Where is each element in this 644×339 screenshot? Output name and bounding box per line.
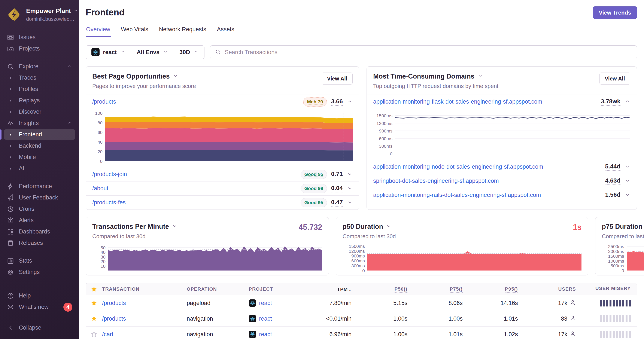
sidebar-item-label: Alerts — [19, 217, 72, 224]
sidebar-item-mobile[interactable]: Mobile — [0, 152, 79, 163]
sidebar-item-profiles[interactable]: Profiles — [0, 83, 79, 95]
transaction-link[interactable]: /products — [102, 316, 126, 322]
view-all-button[interactable]: View All — [322, 72, 352, 84]
view-all-button[interactable]: View All — [600, 72, 630, 84]
sidebar-item-releases[interactable]: Releases — [0, 237, 79, 249]
sidebar-item-explore[interactable]: Explore — [0, 61, 79, 72]
domain-link[interactable]: springboot-dot-sales-engineering-sf.apps… — [373, 178, 499, 184]
card-subtitle: Compared to last 30d — [342, 233, 396, 240]
card-title[interactable]: Transactions Per Minute — [92, 223, 178, 231]
column-header-users[interactable]: USERS — [519, 286, 577, 292]
star-icon[interactable] — [86, 286, 102, 292]
chevron-down-icon — [386, 223, 392, 231]
transaction-link[interactable]: /products — [102, 300, 126, 306]
sidebar-item-insights[interactable]: Insights — [0, 117, 79, 129]
star-outline-icon[interactable] — [86, 331, 102, 338]
sidebar-item-projects[interactable]: Projects — [0, 43, 79, 54]
chevron-down-icon — [163, 49, 168, 56]
star-filled-icon[interactable] — [86, 300, 102, 306]
panel-title[interactable]: Best Page Opportunities — [92, 72, 196, 80]
sidebar-item-traces[interactable]: Traces — [0, 72, 79, 83]
column-header-operation[interactable]: OPERATION — [187, 286, 249, 292]
chevron-up-icon — [67, 63, 72, 69]
domain-link[interactable]: application-monitoring-node-dot-sales-en… — [373, 164, 543, 170]
tab-network-requests[interactable]: Network Requests — [159, 23, 207, 37]
sidebar-item-stats[interactable]: Stats — [0, 255, 79, 267]
sidebar-item-ai[interactable]: AI — [0, 163, 79, 174]
chevron-down-icon[interactable] — [625, 192, 630, 198]
sidebar-item-label: Discover — [19, 108, 72, 115]
column-header-p95[interactable]: P95() — [464, 286, 519, 292]
tpm-chart[interactable] — [108, 244, 322, 271]
chevron-up-icon[interactable] — [347, 99, 352, 105]
org-switcher[interactable]: Empower Plant dominik.buszowiec… — [0, 5, 79, 23]
transaction-link[interactable]: /products — [92, 98, 116, 105]
transaction-link[interactable]: /cart — [102, 331, 114, 338]
p75-card: p75 Duration Compared to last 30d 2s 250… — [595, 217, 644, 276]
sidebar-item-backend[interactable]: Backend — [0, 140, 79, 152]
chevron-down-icon[interactable] — [625, 178, 630, 184]
sidebar-item-crons[interactable]: Crons — [0, 203, 79, 215]
domain-link[interactable]: application-monitoring-rails-dot-sales-e… — [373, 192, 541, 198]
sidebar-item-performance[interactable]: Performance — [0, 181, 79, 192]
sidebar-item-settings[interactable]: Settings — [0, 267, 79, 278]
domain-duration-chart[interactable] — [395, 113, 630, 154]
card-title[interactable]: p50 Duration — [342, 223, 396, 231]
card-title[interactable]: p75 Duration — [602, 223, 644, 231]
transactions-table: TRANSACTIONOPERATIONPROJECTTPM↓P50()P75(… — [86, 283, 637, 339]
chevron-down-icon[interactable] — [347, 171, 352, 178]
sidebar-item-dashboards[interactable]: Dashboards — [0, 226, 79, 237]
column-header-transaction[interactable]: TRANSACTION — [102, 286, 187, 292]
chevron-down-icon[interactable] — [625, 164, 630, 170]
search-transactions-field[interactable] — [210, 45, 637, 59]
sidebar-item-label: Replays — [19, 97, 72, 104]
transaction-link[interactable]: /about — [92, 185, 108, 192]
score-breakdown-chart[interactable] — [105, 113, 352, 161]
sidebar-item-label: Insights — [19, 120, 67, 126]
sidebar-item-frontend[interactable]: Frontend — [0, 129, 79, 140]
domain-row-featured: application-monitoring-flask-dot-sales-e… — [367, 95, 637, 109]
sidebar-item-user-feedback[interactable]: User Feedback — [0, 192, 79, 203]
transaction-link[interactable]: /products-join — [92, 171, 127, 178]
tab-overview[interactable]: Overview — [86, 23, 111, 37]
users-cell: 17k — [519, 331, 577, 338]
p75-chart[interactable] — [627, 244, 644, 271]
bullet-icon — [10, 88, 11, 90]
column-header-project[interactable]: PROJECT — [249, 286, 298, 292]
column-header-p50[interactable]: P50() — [353, 286, 409, 292]
sidebar-item-what-s-new[interactable]: What's new4 — [0, 301, 79, 313]
column-header-user-misery[interactable]: USER MISERY — [577, 286, 637, 292]
project-link[interactable]: react — [259, 300, 272, 307]
column-header-label: OPERATION — [187, 286, 217, 292]
sidebar-item-label: Stats — [19, 258, 72, 264]
panel-title[interactable]: Most Time-Consuming Domains — [373, 72, 498, 80]
sidebar-item-replays[interactable]: Replays — [0, 95, 79, 106]
view-trends-button[interactable]: View Trends — [593, 6, 637, 19]
project-link[interactable]: react — [259, 331, 272, 338]
tab-assets[interactable]: Assets — [216, 23, 235, 37]
chevron-up-icon[interactable] — [625, 99, 630, 105]
tab-web-vitals[interactable]: Web Vitals — [120, 23, 149, 37]
project-filter[interactable]: react — [86, 45, 131, 59]
project-link[interactable]: react — [259, 316, 272, 322]
domain-time-value: 5.44d — [605, 163, 620, 171]
column-header-tpm[interactable]: TPM↓ — [298, 286, 353, 292]
sidebar-item-collapse[interactable]: Collapse — [0, 322, 79, 334]
star-filled-icon[interactable] — [86, 316, 102, 322]
settings-icon — [7, 269, 14, 276]
chevron-down-icon[interactable] — [347, 199, 352, 206]
domain-link[interactable]: application-monitoring-flask-dot-sales-e… — [373, 98, 542, 105]
date-range-filter[interactable]: 30D — [174, 45, 204, 59]
column-header-p75[interactable]: P75() — [409, 286, 464, 292]
domain-row: application-monitoring-rails-dot-sales-e… — [367, 188, 637, 202]
environment-filter[interactable]: All Envs — [131, 45, 174, 59]
tpm-card: Transactions Per Minute Compared to last… — [86, 217, 329, 276]
search-transactions-input[interactable] — [224, 49, 632, 56]
chevron-down-icon[interactable] — [347, 185, 352, 192]
sidebar-item-alerts[interactable]: Alerts — [0, 215, 79, 226]
p50-chart[interactable] — [368, 244, 582, 271]
transaction-link[interactable]: /products-fes — [92, 199, 126, 206]
sidebar-item-issues[interactable]: Issues — [0, 32, 79, 43]
sidebar-item-help[interactable]: Help — [0, 290, 79, 301]
sidebar-item-discover[interactable]: Discover — [0, 106, 79, 117]
